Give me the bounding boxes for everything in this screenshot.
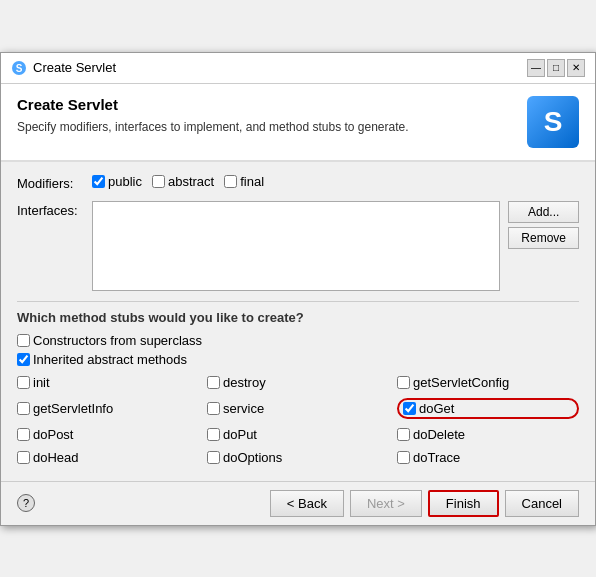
method-getservletinfo-checkbox[interactable] <box>17 402 30 415</box>
method-dopost-label[interactable]: doPost <box>33 427 73 442</box>
method-doput-label[interactable]: doPut <box>223 427 257 442</box>
modifier-final: final <box>224 174 264 189</box>
method-doOptions: doOptions <box>207 450 389 465</box>
title-bar-title: Create Servlet <box>33 60 116 75</box>
method-destroy-checkbox[interactable] <box>207 376 220 389</box>
constructors-checkbox[interactable] <box>17 334 30 347</box>
cancel-button[interactable]: Cancel <box>505 490 579 517</box>
modifiers-options: public abstract final <box>92 174 579 189</box>
modifier-abstract: abstract <box>152 174 214 189</box>
method-dodelete-checkbox[interactable] <box>397 428 410 441</box>
method-doput-checkbox[interactable] <box>207 428 220 441</box>
dialog-body: Modifiers: public abstract final Interfa… <box>1 162 595 481</box>
method-dooptions-checkbox[interactable] <box>207 451 220 464</box>
dialog-description: Specify modifiers, interfaces to impleme… <box>17 119 409 136</box>
modifier-public: public <box>92 174 142 189</box>
footer-left: ? <box>17 494 35 512</box>
interfaces-buttons: Add... Remove <box>508 201 579 249</box>
method-doTrace: doTrace <box>397 450 579 465</box>
constructors-option: Constructors from superclass <box>17 333 579 348</box>
dialog-header: Create Servlet Specify modifiers, interf… <box>1 84 595 162</box>
method-dotrace-label[interactable]: doTrace <box>413 450 460 465</box>
method-destroy: destroy <box>207 375 389 390</box>
method-stubs-section: Which method stubs would you like to cre… <box>17 310 579 469</box>
minimize-button[interactable]: — <box>527 59 545 77</box>
method-dooptions-label[interactable]: doOptions <box>223 450 282 465</box>
modifier-abstract-label[interactable]: abstract <box>168 174 214 189</box>
method-getservletconfig-checkbox[interactable] <box>397 376 410 389</box>
modifier-final-checkbox[interactable] <box>224 175 237 188</box>
method-doDelete: doDelete <box>397 427 579 442</box>
modifiers-row: Modifiers: public abstract final <box>17 174 579 191</box>
method-getservletinfo-label[interactable]: getServletInfo <box>33 401 113 416</box>
modifier-final-label[interactable]: final <box>240 174 264 189</box>
title-bar-left: S Create Servlet <box>11 60 116 76</box>
method-getServletInfo: getServletInfo <box>17 398 199 419</box>
method-doGet: doGet <box>397 398 579 419</box>
interfaces-label: Interfaces: <box>17 201 92 218</box>
method-service-checkbox[interactable] <box>207 402 220 415</box>
method-dohead-label[interactable]: doHead <box>33 450 79 465</box>
dialog-footer: ? < Back Next > Finish Cancel <box>1 481 595 525</box>
back-button[interactable]: < Back <box>270 490 344 517</box>
method-destroy-label[interactable]: destroy <box>223 375 266 390</box>
add-interface-button[interactable]: Add... <box>508 201 579 223</box>
next-button[interactable]: Next > <box>350 490 422 517</box>
dialog-main-title: Create Servlet <box>17 96 409 113</box>
close-button[interactable]: ✕ <box>567 59 585 77</box>
modifier-public-label[interactable]: public <box>108 174 142 189</box>
maximize-button[interactable]: □ <box>547 59 565 77</box>
method-grid: init destroy getServletConfig getServlet… <box>17 375 579 469</box>
method-doget-checkbox[interactable] <box>403 402 416 415</box>
finish-button[interactable]: Finish <box>428 490 499 517</box>
method-service: service <box>207 398 389 419</box>
modifier-public-checkbox[interactable] <box>92 175 105 188</box>
method-service-label[interactable]: service <box>223 401 264 416</box>
help-button[interactable]: ? <box>17 494 35 512</box>
method-doPost: doPost <box>17 427 199 442</box>
remove-interface-button[interactable]: Remove <box>508 227 579 249</box>
constructors-label[interactable]: Constructors from superclass <box>33 333 202 348</box>
interfaces-listbox[interactable] <box>92 201 500 291</box>
svg-text:S: S <box>16 63 23 74</box>
modifier-abstract-checkbox[interactable] <box>152 175 165 188</box>
separator <box>17 301 579 302</box>
title-bar: S Create Servlet — □ ✕ <box>1 53 595 84</box>
create-servlet-dialog: S Create Servlet — □ ✕ Create Servlet Sp… <box>0 52 596 526</box>
method-getServletConfig: getServletConfig <box>397 375 579 390</box>
method-dodelete-label[interactable]: doDelete <box>413 427 465 442</box>
footer-buttons: < Back Next > Finish Cancel <box>270 490 579 517</box>
method-dopost-checkbox[interactable] <box>17 428 30 441</box>
inherited-option: Inherited abstract methods <box>17 352 579 367</box>
method-doHead: doHead <box>17 450 199 465</box>
method-doPut: doPut <box>207 427 389 442</box>
interfaces-row: Interfaces: Add... Remove <box>17 201 579 291</box>
modifiers-label: Modifiers: <box>17 174 92 191</box>
method-init-label[interactable]: init <box>33 375 50 390</box>
method-init: init <box>17 375 199 390</box>
method-getservletconfig-label[interactable]: getServletConfig <box>413 375 509 390</box>
method-init-checkbox[interactable] <box>17 376 30 389</box>
method-doget-label[interactable]: doGet <box>419 401 454 416</box>
header-logo: S <box>527 96 579 148</box>
interfaces-area: Add... Remove <box>92 201 579 291</box>
inherited-checkbox[interactable] <box>17 353 30 366</box>
method-stubs-title: Which method stubs would you like to cre… <box>17 310 579 325</box>
dialog-header-text: Create Servlet Specify modifiers, interf… <box>17 96 409 136</box>
title-bar-controls: — □ ✕ <box>527 59 585 77</box>
method-dohead-checkbox[interactable] <box>17 451 30 464</box>
method-dotrace-checkbox[interactable] <box>397 451 410 464</box>
inherited-label[interactable]: Inherited abstract methods <box>33 352 187 367</box>
dialog-icon: S <box>11 60 27 76</box>
